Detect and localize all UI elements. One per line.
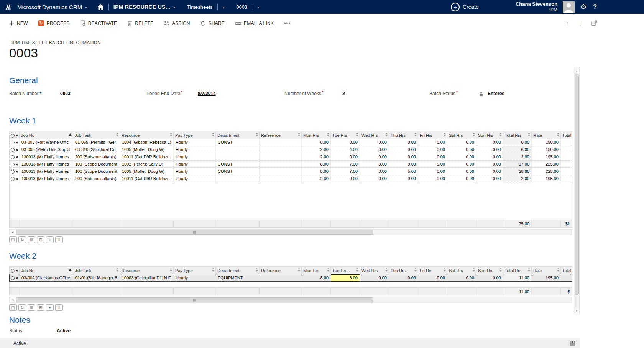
row-select-cell[interactable]: ✖ (10, 139, 20, 146)
batch-number-value[interactable]: 0003 (60, 91, 71, 96)
grid-cell[interactable]: 2.00 (302, 153, 331, 161)
columns-button[interactable]: ‖ (55, 304, 63, 311)
row-select-icon[interactable] (11, 148, 15, 152)
save-rows-button[interactable]: ◫ (9, 236, 17, 243)
grid-cell[interactable]: 8.00 (360, 161, 389, 168)
refresh-grid-button[interactable]: ↻ (18, 236, 26, 243)
grid-cell[interactable]: 0.00 (476, 274, 503, 282)
row-delete-icon[interactable]: ✖ (16, 156, 18, 159)
col-header-total[interactable]: Total (561, 131, 572, 139)
export-grid-button[interactable]: ⊞ (37, 304, 44, 311)
grid-cell[interactable]: 03-005 (Metro Bus Stop 3 (20, 146, 73, 153)
row-delete-icon[interactable]: ✖ (16, 277, 18, 280)
grid-cell[interactable]: 130013 (Mr Fluffy Homes (20, 153, 73, 161)
grid-cell[interactable]: 130013 (Mr Fluffy Homes (20, 175, 73, 182)
grid-cell[interactable]: 10011 (Cat D9R Bulldoze (120, 153, 174, 161)
grid-cell[interactable] (260, 161, 302, 168)
grid-cell[interactable] (260, 153, 302, 161)
grid-cell[interactable]: 0.00 (360, 175, 389, 182)
chevron-down-icon[interactable]: ∨ (222, 6, 225, 9)
scroll-up-button[interactable]: ▲ (574, 67, 579, 73)
grid-cell[interactable]: 0.00 (418, 139, 447, 146)
grid-cell[interactable]: 0.00 (447, 139, 476, 146)
grid-cell[interactable]: 0.00 (476, 161, 503, 168)
refresh-grid-button[interactable]: ↻ (18, 304, 26, 311)
grid-cell[interactable]: 8.00 (360, 168, 389, 175)
grid-cell[interactable]: 2.00 (503, 175, 532, 182)
grid-cell[interactable] (216, 175, 260, 182)
grid-cell[interactable]: 0.00 (302, 139, 331, 146)
grid-cell[interactable]: 0.00 (418, 274, 447, 282)
grid-cell[interactable]: 5.00 (389, 168, 418, 175)
grid-cell[interactable]: 8.00 (302, 274, 331, 282)
grid-cell[interactable]: 0.00 (447, 168, 476, 175)
new-button[interactable]: NEW (9, 21, 28, 26)
row-select-cell[interactable]: ✖ (10, 153, 20, 161)
col-header-total-hrs[interactable]: Total Hrs (503, 131, 532, 139)
col-header-sat-hrs[interactable]: Sat Hrs (447, 131, 476, 139)
grid-cell[interactable] (260, 274, 302, 282)
print-grid-button[interactable]: ▤ (28, 236, 35, 243)
grid-cell[interactable]: 37.00 (503, 161, 532, 168)
email-link-button[interactable]: EMAIL A LINK (235, 21, 274, 26)
grid-cell[interactable]: 0.00 (331, 175, 360, 182)
col-header-thu-hrs[interactable]: Thu Hrs (389, 131, 418, 139)
share-button[interactable]: SHARE (200, 21, 225, 26)
col-header-fri-hrs[interactable]: Fri Hrs (418, 131, 447, 139)
grid-cell[interactable] (260, 168, 302, 175)
scrollbar-thumb[interactable] (575, 74, 579, 295)
row-select-icon[interactable] (11, 177, 15, 181)
scrollbar-thumb[interactable]: ||| (16, 230, 373, 235)
grid-cell[interactable] (260, 139, 302, 146)
grid-cell[interactable]: 0.00 (360, 153, 389, 161)
grid-cell[interactable]: 0.00 (476, 175, 503, 182)
create-button[interactable]: + Create (451, 3, 479, 11)
grid-cell[interactable]: 11.00 (503, 274, 532, 282)
row-select-icon[interactable] (11, 269, 15, 273)
grid-cell[interactable]: 2.00 (503, 153, 532, 161)
grid-cell[interactable]: 9.00 (389, 161, 418, 168)
grid-cell[interactable]: 0.00 (476, 153, 503, 161)
grid-cell[interactable]: 100 (Scope Document (73, 168, 120, 175)
grid-cell[interactable]: 03-003 (Fort Wayne Offic (20, 139, 73, 146)
grid-cell[interactable]: 0.00 (476, 168, 503, 175)
previous-record-button[interactable]: ↑ (566, 20, 569, 26)
scroll-down-button[interactable]: ▼ (574, 308, 579, 314)
add-row-button[interactable]: + (46, 236, 54, 243)
grid-cell[interactable]: 0.00 (447, 161, 476, 168)
week2-horizontal-scrollbar[interactable]: ◄ ||| (9, 297, 572, 303)
col-header-wed-hrs[interactable]: Wed Hrs (360, 267, 389, 274)
row-delete-icon[interactable]: ✖ (16, 163, 18, 166)
grid-cell[interactable]: 0.00 (360, 146, 389, 153)
deactivate-button[interactable]: DEACTIVATE (80, 20, 117, 26)
row-select-icon[interactable] (11, 155, 15, 159)
grid-cell[interactable]: 0.00 (331, 153, 360, 161)
grid-cell[interactable]: Hourly (174, 146, 216, 153)
grid-cell[interactable]: 195.00 (532, 274, 561, 282)
grid-cell[interactable] (260, 175, 302, 182)
grid-cell[interactable]: 0.00 (389, 146, 418, 153)
grid-cell[interactable] (561, 161, 572, 168)
grid-cell[interactable]: 195.00 (532, 175, 561, 182)
grid-cell[interactable]: 0.00 (360, 274, 389, 282)
settings-gear-icon[interactable]: ⚙ (580, 3, 586, 11)
col-header-job-task[interactable]: Job Task (73, 267, 120, 274)
row-delete-icon[interactable]: ✖ (16, 170, 18, 174)
chevron-down-icon[interactable]: ∨ (85, 6, 87, 9)
grid-cell[interactable]: 1004 (Gibson; Rebecca L) (120, 139, 174, 146)
grid-cell[interactable]: 1005 (Moffet; Doug W) (120, 168, 174, 175)
grid-cell[interactable]: 150.00 (532, 139, 561, 146)
help-icon[interactable]: ? (593, 3, 597, 10)
grid-cell[interactable]: 130013 (Mr Fluffy Homes (20, 161, 73, 168)
grid-cell[interactable]: 0.00 (476, 139, 503, 146)
col-header-sun-hrs[interactable]: Sun Hrs (476, 131, 503, 139)
row-delete-icon[interactable]: ✖ (16, 269, 18, 272)
row-select-icon[interactable] (11, 170, 15, 174)
user-info[interactable]: Chana Stevenson IPM (516, 1, 557, 13)
grid-cell[interactable]: Hourly (174, 274, 216, 282)
grid-cell[interactable]: 3.00 (331, 274, 360, 282)
grid-cell[interactable]: 0.00 (418, 168, 447, 175)
row-select-cell[interactable]: ✖ (10, 146, 20, 153)
grid-cell[interactable]: Hourly (174, 139, 216, 146)
select-all-header[interactable]: ✖ (10, 267, 20, 274)
